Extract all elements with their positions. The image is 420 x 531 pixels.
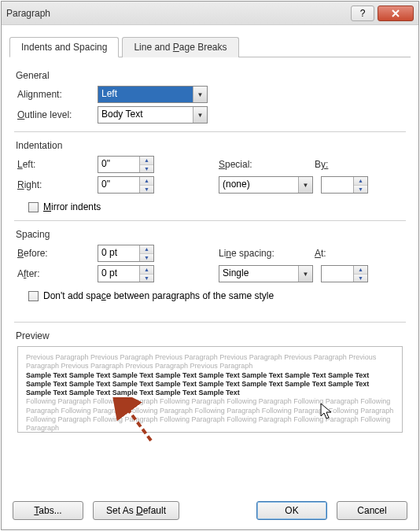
line-spacing-label: Line spacing:: [219, 248, 313, 259]
after-spinner[interactable]: 0 pt ▲▼: [98, 265, 154, 282]
spin-up-icon[interactable]: ▲: [140, 157, 153, 165]
dialog-footer: Tabs... Set As Default OK Cancel: [2, 493, 418, 529]
indent-right-label: Right:: [17, 179, 96, 190]
indent-left-spinner[interactable]: 0" ▲▼: [98, 156, 154, 173]
tab-label-suffix: age Breaks: [179, 42, 227, 53]
outline-label: Outline level:: [17, 109, 96, 120]
row-outline: Outline level: Body Text ▼: [17, 106, 403, 124]
tab-label-prefix: Line and: [134, 42, 172, 53]
dropdown-icon[interactable]: ▼: [193, 107, 207, 123]
outline-value: Body Text: [98, 107, 193, 123]
divider: [14, 220, 406, 221]
special-label: Special:: [219, 159, 313, 170]
spin-down-icon[interactable]: ▼: [354, 186, 367, 194]
preview-sample: Sample Text Sample Text Sample Text Samp…: [26, 371, 394, 398]
row-indent-right: Right: 0" ▲▼ (none) ▼ ▲▼: [17, 176, 403, 194]
by-value: [322, 177, 353, 193]
spinner-buttons[interactable]: ▲▼: [139, 177, 153, 193]
no-space-label: Don't add space between paragraphs of th…: [43, 290, 274, 301]
spinner-buttons[interactable]: ▲▼: [139, 245, 153, 261]
tab-label-underline: P: [173, 42, 179, 53]
checkbox-icon: [28, 202, 39, 212]
dialog-title: Paragraph: [6, 8, 348, 19]
spinner-buttons[interactable]: ▲▼: [139, 266, 153, 282]
line-spacing-select[interactable]: Single ▼: [219, 265, 313, 282]
help-button[interactable]: ?: [351, 6, 374, 21]
mirror-indents-checkbox[interactable]: Mirror indents: [28, 201, 403, 212]
outline-level-select[interactable]: Body Text ▼: [98, 106, 208, 124]
spin-down-icon[interactable]: ▼: [354, 275, 367, 282]
tab-line-page-breaks[interactable]: Line and Page Breaks: [122, 37, 238, 57]
section-spacing: Spacing: [16, 229, 403, 240]
spinner-buttons[interactable]: ▲▼: [139, 157, 153, 172]
after-label: After:: [17, 268, 96, 279]
at-value: [322, 266, 353, 282]
section-indentation: Indentation: [16, 140, 403, 151]
row-spacing-after: After: 0 pt ▲▼ Single ▼ ▲▼: [17, 265, 403, 282]
spinner-buttons[interactable]: ▲▼: [353, 266, 367, 282]
title-bar: Paragraph ?: [2, 2, 418, 25]
mirror-label: Mirror indents: [43, 201, 101, 212]
tab-indents-spacing[interactable]: Indents and Spacing: [9, 37, 119, 57]
tabs-button[interactable]: Tabs...: [13, 501, 83, 520]
section-general: General: [16, 70, 403, 81]
dropdown-icon[interactable]: ▼: [298, 266, 312, 282]
section-preview: Preview: [16, 330, 403, 341]
by-label: By:: [315, 159, 385, 170]
spin-down-icon[interactable]: ▼: [140, 186, 153, 194]
spin-down-icon[interactable]: ▼: [140, 275, 153, 282]
indent-left-value: 0": [98, 157, 139, 172]
tab-label: Indents and Spacing: [21, 42, 107, 53]
at-spinner[interactable]: ▲▼: [321, 265, 368, 282]
indent-right-value: 0": [98, 177, 139, 193]
row-alignment: Alignment: Left ▼: [17, 86, 403, 103]
spin-down-icon[interactable]: ▼: [140, 165, 153, 173]
line-spacing-value: Single: [219, 266, 298, 282]
spin-up-icon[interactable]: ▲: [354, 177, 367, 186]
spin-down-icon[interactable]: ▼: [140, 254, 153, 262]
ok-button[interactable]: OK: [256, 501, 327, 520]
no-space-same-style-checkbox[interactable]: Don't add space between paragraphs of th…: [28, 290, 403, 301]
paragraph-dialog: Paragraph ? Indents and Spacing Line and…: [1, 1, 419, 530]
before-label: Before:: [17, 248, 96, 259]
before-value: 0 pt: [98, 245, 139, 261]
close-button[interactable]: [378, 6, 414, 21]
indent-left-label: Left:: [17, 159, 96, 170]
checkbox-icon: [28, 291, 39, 301]
spinner-buttons[interactable]: ▲▼: [353, 177, 367, 193]
indent-right-spinner[interactable]: 0" ▲▼: [98, 176, 154, 194]
tab-content: General Alignment: Left ▼ Outline level:…: [2, 57, 418, 493]
divider: [14, 131, 406, 132]
special-select[interactable]: (none) ▼: [219, 176, 313, 194]
special-value: (none): [219, 177, 298, 193]
row-indent-left: Left: 0" ▲▼ Special: By:: [17, 156, 403, 173]
after-value: 0 pt: [98, 266, 139, 282]
ok-label: OK: [285, 505, 298, 516]
cancel-label: Cancel: [357, 505, 386, 516]
cancel-button[interactable]: Cancel: [337, 501, 407, 520]
preview-following: Following Paragraph Following Paragraph …: [26, 397, 394, 433]
spin-up-icon[interactable]: ▲: [140, 245, 153, 254]
alignment-label: Alignment:: [17, 89, 96, 100]
alignment-select[interactable]: Left ▼: [98, 86, 208, 103]
tabs: Indents and Spacing Line and Page Breaks: [9, 36, 411, 57]
alignment-value: Left: [98, 87, 193, 102]
spin-up-icon[interactable]: ▲: [140, 177, 153, 186]
set-default-button[interactable]: Set As Default: [93, 501, 179, 520]
by-spinner[interactable]: ▲▼: [321, 176, 368, 194]
preview-previous: Previous Paragraph Previous Paragraph Pr…: [26, 353, 394, 371]
dropdown-icon[interactable]: ▼: [193, 87, 207, 102]
preview-box: Previous Paragraph Previous Paragraph Pr…: [17, 346, 403, 433]
dropdown-icon[interactable]: ▼: [298, 177, 312, 193]
spin-up-icon[interactable]: ▲: [354, 266, 367, 275]
row-spacing-before: Before: 0 pt ▲▼ Line spacing: At:: [17, 245, 403, 262]
close-icon: [391, 9, 400, 18]
spin-up-icon[interactable]: ▲: [140, 266, 153, 275]
at-label: At:: [315, 248, 385, 259]
before-spinner[interactable]: 0 pt ▲▼: [98, 245, 154, 262]
divider: [14, 322, 406, 323]
